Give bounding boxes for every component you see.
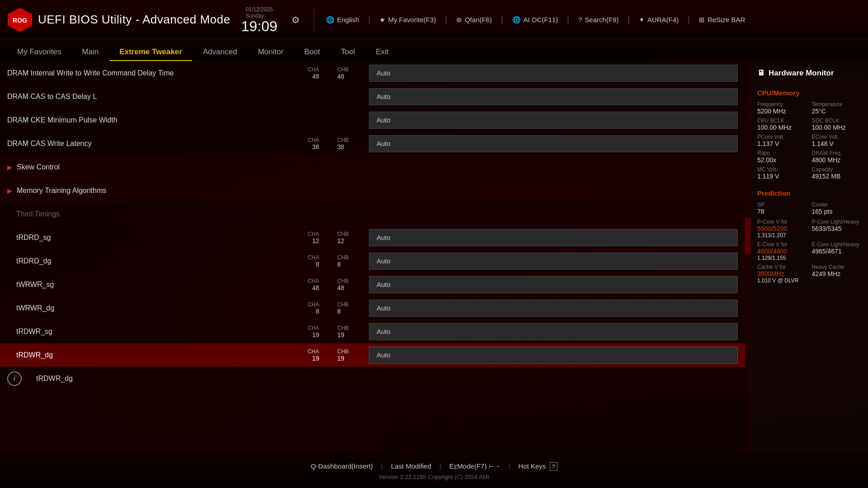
qdashboard-button[interactable]: Q-Dashboard(Insert)	[302, 460, 381, 472]
chb-label-12: CHB	[337, 348, 349, 355]
hw-temperature: Temperature 25°C	[812, 101, 862, 115]
hw-pcore-volt: PCore Volt. 1.137 V	[757, 134, 807, 147]
setting-value-1[interactable]: Auto	[369, 88, 738, 105]
setting-value-9[interactable]: Auto	[369, 276, 738, 293]
value-box-0[interactable]: Auto	[369, 65, 738, 82]
cha-label-3: CHA	[308, 137, 319, 143]
value-box-10[interactable]: Auto	[369, 300, 738, 317]
value-box-2[interactable]: Auto	[369, 112, 738, 129]
ezmode-button[interactable]: EzMode(F7) ⊢→	[441, 460, 509, 472]
hw-divider-pred	[757, 184, 862, 185]
nav-advanced[interactable]: Advanced	[193, 44, 247, 61]
value-box-7[interactable]: Auto	[369, 229, 738, 246]
settings-panel[interactable]: DRAM Internal Write to Write Command Del…	[0, 61, 745, 452]
value-box-1[interactable]: Auto	[369, 88, 738, 105]
cha-label-7: CHA	[308, 231, 319, 237]
rog-logo: ROG	[7, 7, 33, 33]
cha-val-12: 19	[312, 355, 319, 362]
setting-value-7[interactable]: Auto	[369, 229, 738, 246]
cha-label-0: CHA	[308, 66, 319, 73]
cha-chb-10: CHA CHB 8 8	[288, 301, 369, 315]
sep-5: |	[626, 15, 632, 24]
row-skew-control[interactable]: ▶ Skew Control	[0, 155, 745, 179]
row-memory-training[interactable]: ▶ Memory Training Algorithms	[0, 179, 745, 202]
toolbar-search[interactable]: ? Search(F9)	[573, 13, 624, 26]
row-trdwr-dg[interactable]: tRDWR_dg CHA CHB 19 19 Auto	[0, 343, 745, 367]
setting-value-8[interactable]: Auto	[369, 253, 738, 270]
row-trdwr-dg-info: i tRDWR_dg	[0, 367, 745, 390]
toolbar-aura[interactable]: ✦ AURA(F4)	[633, 13, 684, 27]
nav-bar: My Favorites Main Extreme Tweaker Advanc…	[0, 40, 868, 61]
setting-name-memtraining: ▶ Memory Training Algorithms	[7, 187, 288, 195]
row-twrwr-sg[interactable]: tWRWR_sg CHA CHB 48 48 Auto	[0, 273, 745, 296]
chb-label-9: CHB	[337, 278, 349, 284]
star-icon: ★	[379, 16, 385, 24]
chb-val-0: 48	[337, 73, 344, 80]
settings-button[interactable]: ⚙	[287, 11, 305, 29]
chb-val-3: 38	[337, 143, 344, 150]
setting-value-2[interactable]: Auto	[369, 112, 738, 129]
pred-pcore-v-for: P-Core V for 5500/5200 1.313/1.207	[757, 219, 807, 239]
aioc-icon: 🌐	[512, 16, 521, 24]
nav-myfavorites[interactable]: My Favorites	[7, 44, 71, 61]
chb-label-0: CHB	[337, 66, 349, 73]
datetime: 01/12/2025Sunday 19:09	[241, 6, 277, 33]
nav-exit[interactable]: Exit	[366, 44, 398, 61]
sep-3: |	[499, 15, 505, 24]
pred-cache-v-for: Cache V for 3800MHz 1.010 V @ DLVR	[757, 264, 807, 284]
nav-main[interactable]: Main	[72, 44, 108, 61]
row-dram-cas-write[interactable]: DRAM CAS Write Latency CHA CHB 38 38 Aut…	[0, 132, 745, 155]
last-modified-button[interactable]: Last Modified	[383, 460, 439, 472]
cha-label-9: CHA	[308, 278, 319, 284]
toolbar-aioc[interactable]: 🌐 AI OC(F11)	[507, 13, 564, 27]
row-twrwr-dg[interactable]: tWRWR_dg CHA CHB 8 8 Auto	[0, 296, 745, 320]
nav-tool[interactable]: Tool	[331, 44, 365, 61]
setting-name-trdwr-sg: tRDWR_sg	[7, 328, 288, 336]
setting-value-10[interactable]: Auto	[369, 300, 738, 317]
nav-extreme-tweaker[interactable]: Extreme Tweaker	[109, 44, 192, 61]
chb-label-10: CHB	[337, 301, 349, 308]
chb-val-10: 8	[337, 308, 341, 315]
prediction-title: Prediction	[757, 189, 862, 197]
row-dram-cke[interactable]: DRAM CKE Minimum Pulse Width Auto	[0, 108, 745, 132]
toolbar: 🌐 English | ★ My Favorite(F3) | ⊛ Qfan(F…	[321, 13, 861, 27]
row-dram-cas-delay[interactable]: DRAM CAS to CAS Delay L Auto	[0, 85, 745, 108]
hw-mc-volt: MC Volt. 1.119 V	[757, 166, 807, 180]
setting-value-0[interactable]: Auto	[369, 65, 738, 82]
setting-value-12[interactable]: Auto	[369, 347, 738, 364]
row-dram-write-write[interactable]: DRAM Internal Write to Write Command Del…	[0, 61, 745, 85]
toolbar-qfan[interactable]: ⊛ Qfan(F6)	[451, 13, 497, 27]
setting-name-twrwr-dg: tWRWR_dg	[7, 304, 288, 312]
value-box-12[interactable]: Auto	[369, 347, 738, 364]
scroll-thumb[interactable]	[745, 218, 750, 254]
bios-title: UEFI BIOS Utility - Advanced Mode	[38, 13, 230, 27]
nav-monitor[interactable]: Monitor	[248, 44, 293, 61]
row-trdwr-sg[interactable]: tRDWR_sg CHA CHB 19 19 Auto	[0, 320, 745, 343]
row-trdrd-dg[interactable]: tRDRD_dg CHA CHB 8 8 Auto	[0, 249, 745, 273]
cha-val-0: 48	[312, 73, 319, 80]
scroll-track[interactable]	[745, 61, 750, 452]
hotkeys-button[interactable]: Hot Keys ?	[510, 460, 565, 472]
search-help-icon: ?	[578, 16, 582, 23]
hw-monitor-panel: 🖥 Hardware Monitor CPU/Memory Frequency …	[750, 61, 868, 452]
pred-pcore-light-heavy: P-Core Light/Heavy 5633/5345	[812, 219, 862, 239]
chb-label-7: CHB	[337, 231, 349, 237]
value-box-8[interactable]: Auto	[369, 253, 738, 270]
value-box-3[interactable]: Auto	[369, 135, 738, 152]
value-box-11[interactable]: Auto	[369, 323, 738, 340]
row-trdrd-sg[interactable]: tRDRD_sg CHA CHB 12 12 Auto	[0, 226, 745, 249]
version-text: Version 2.22.1295 Copyright (C) 2024 AMI	[379, 474, 489, 480]
toolbar-english[interactable]: 🌐 English	[321, 13, 365, 27]
chb-val-9: 48	[337, 284, 344, 291]
setting-value-3[interactable]: Auto	[369, 135, 738, 152]
cha-chb-11: CHA CHB 19 19	[288, 325, 369, 338]
cha-chb-12: CHA CHB 19 19	[288, 348, 369, 362]
toolbar-resizebar[interactable]: ⊞ ReSize BAR	[693, 13, 750, 27]
value-box-9[interactable]: Auto	[369, 276, 738, 293]
nav-boot[interactable]: Boot	[294, 44, 330, 61]
setting-value-11[interactable]: Auto	[369, 323, 738, 340]
pred-ecore-light-heavy: E-Core Light/Heavy 4965/4671	[812, 241, 862, 261]
hw-soc-bclk: SOC BCLK 100.00 MHz	[812, 117, 862, 131]
toolbar-myfavorite[interactable]: ★ My Favorite(F3)	[374, 13, 441, 27]
svg-text:ROG: ROG	[13, 17, 27, 24]
